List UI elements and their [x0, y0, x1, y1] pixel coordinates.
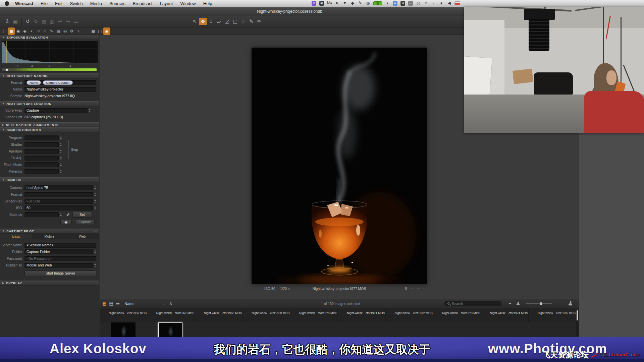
capture-tab-icon[interactable]: ▦	[8, 27, 15, 35]
menu-window[interactable]: Window	[180, 1, 196, 6]
name-field[interactable]: Night-whiskey-projector	[24, 87, 96, 92]
color-tab-icon[interactable]: ◈	[21, 27, 28, 35]
menu-help[interactable]: Help	[203, 1, 212, 6]
exposure-tab-icon[interactable]: ◐	[28, 27, 35, 35]
folder-dropdown[interactable]: Capture Folder	[24, 249, 93, 254]
field-stepper[interactable]: ▲▼	[60, 162, 62, 167]
status-ink-icon[interactable]: ◗	[385, 1, 390, 6]
goto-folder-icon[interactable]: →	[93, 108, 96, 112]
field-stepper[interactable]: ▲▼	[60, 142, 62, 147]
input-language-flag[interactable]	[454, 1, 460, 5]
menu-switch[interactable]: Switch	[70, 1, 83, 6]
filmstrip-cell[interactable]: ·····Night-whisk…ctor1974.MOS	[481, 308, 529, 322]
white-balance-picker-icon[interactable]: ✎	[247, 18, 255, 25]
tab-mobile[interactable]: Mobile	[33, 234, 66, 239]
menu-file[interactable]: File	[41, 1, 48, 6]
status-pointer-icon[interactable]: ➤	[335, 1, 339, 6]
apple-menu-icon[interactable]	[5, 1, 9, 6]
proof-view-icon[interactable]: ▣	[103, 27, 110, 35]
filmstrip-cell[interactable]: ·····Night-whisk…ctor1970.MOS	[290, 308, 338, 322]
section-next-capture-location[interactable]: ▼ NEXT CAPTURE LOCATION ⋯	[0, 101, 99, 106]
slider-thumb[interactable]	[540, 302, 542, 305]
store-files-dropdown[interactable]: Capture	[24, 108, 88, 113]
password-input[interactable]: <No Password>	[24, 256, 96, 261]
thumbnail-size-slider[interactable]	[526, 303, 552, 304]
menu-wirecast[interactable]: Wirecast	[15, 1, 33, 6]
capture-shutter-button[interactable]: ◉	[60, 219, 72, 225]
program-field[interactable]	[24, 135, 59, 140]
section-next-capture-naming[interactable]: ▼ NEXT CAPTURE NAMING ⋯	[0, 73, 99, 78]
filmstrip-cell[interactable]: ·····Night-whisk…ctor1972.MOS	[386, 308, 433, 322]
search-box[interactable]	[444, 301, 501, 306]
panel-menu-icon[interactable]: ⋯	[94, 230, 97, 233]
forward-icon[interactable]: ↪	[64, 18, 72, 25]
iso-dropdown[interactable]: 50	[24, 205, 93, 210]
overlay-tool-icon[interactable]: ▢	[231, 18, 239, 25]
undo-icon[interactable]: ↺	[24, 18, 32, 25]
section-exposure-evaluation[interactable]: ▼ EXPOSURE EVALUATION ⋯	[0, 35, 99, 40]
select-tool-icon[interactable]: ↖	[191, 18, 199, 25]
shutter-field[interactable]	[24, 142, 59, 147]
clock-icon[interactable]: ○	[424, 1, 428, 6]
straighten-tool-icon[interactable]: ◿	[223, 18, 231, 25]
white-balance-eyedropper-icon[interactable]: ✎	[65, 213, 70, 217]
token-camera-counter[interactable]: Camera Counter	[43, 80, 72, 85]
ev-adj-field[interactable]	[24, 156, 59, 161]
capture-button[interactable]: Capture	[75, 219, 95, 225]
metadata-tab-icon[interactable]: ▤	[55, 27, 62, 35]
status-shield-icon[interactable]: ▼	[342, 1, 347, 6]
apply-adjustments-icon[interactable]: ▥	[48, 18, 56, 25]
dropdown-stepper[interactable]: ▲▼	[94, 185, 96, 190]
details-tab-icon[interactable]: ○	[42, 27, 48, 35]
panel-menu-icon[interactable]: ⋯	[94, 102, 97, 106]
battery-indicator[interactable]: ||||	[373, 1, 382, 5]
exposure-meter-handle[interactable]	[5, 68, 8, 71]
wifi-icon[interactable]: ▲	[439, 1, 444, 6]
loupe-tool-icon[interactable]: ○	[207, 18, 215, 25]
section-camera-controls[interactable]: ▼ CAMERA CONTROLS ⋯	[0, 127, 99, 132]
field-stepper[interactable]: ▲▼	[60, 149, 62, 154]
status-pencil-icon[interactable]: ✎	[358, 1, 363, 6]
aperture-field[interactable]	[24, 149, 59, 154]
redo-icon[interactable]: ↻	[32, 18, 40, 25]
token-name[interactable]: Name	[26, 80, 41, 85]
small-thumbs-icon[interactable]	[516, 302, 520, 305]
sort-field-dropdown[interactable]: Name ⇅	[124, 302, 165, 306]
menu-edit[interactable]: Edit	[55, 1, 62, 6]
filmstrip-cell[interactable]: ·····Night-whisk…ctor1973.MOS	[433, 308, 481, 322]
volume-icon[interactable]: ◀	[447, 1, 451, 6]
exposure-picker-icon[interactable]: ✏	[255, 18, 263, 25]
grid-view-icon[interactable]: ▦	[102, 301, 106, 306]
search-input[interactable]	[452, 302, 495, 306]
tab-basic[interactable]: Basic	[0, 234, 33, 239]
status-camera-icon[interactable]: ▣	[319, 1, 324, 6]
tab-web[interactable]: Web	[66, 234, 99, 239]
publish-to-dropdown[interactable]: Mobile and Web	[24, 263, 93, 268]
status-drop-icon[interactable]: ◆	[350, 1, 355, 6]
back-icon[interactable]: ↩	[56, 18, 64, 25]
status-app-icon[interactable]: C	[312, 1, 316, 6]
browser-scrollbar[interactable]	[576, 309, 579, 336]
status-m4-icon[interactable]: M4	[327, 1, 332, 6]
pan-tool-icon[interactable]: ✥	[199, 18, 207, 25]
list-view-icon[interactable]: ▤	[109, 301, 113, 306]
filmstrip-cell[interactable]: ·····Night-whisk…ctor1969.MOS	[243, 308, 290, 322]
field-stepper[interactable]: ▲▼	[60, 156, 62, 160]
panel-menu-icon[interactable]: ⋯	[94, 178, 97, 182]
airplay-icon[interactable]: ▭	[408, 1, 413, 6]
grid-toggle-icon[interactable]: ▦	[405, 287, 409, 290]
large-thumbs-icon[interactable]	[568, 301, 573, 306]
filmstrip-cell[interactable]: ·····Night-whisk…ctor1968.MOS	[195, 308, 243, 322]
dropdown-stepper[interactable]: ▲▼	[94, 263, 96, 267]
single-view-icon[interactable]: ▢	[97, 27, 103, 35]
sort-direction-toggle[interactable]: A	[169, 302, 172, 306]
remove-icon[interactable]: −	[509, 301, 512, 306]
server-name-input[interactable]: <Session Name>	[24, 243, 96, 248]
dropdown-stepper[interactable]: ▲▼	[60, 212, 62, 217]
filmstrip-cell[interactable]: ·····Night-whisk…ctor1975.MOS	[529, 308, 576, 322]
camera-dropdown[interactable]: Leaf Aptus 75	[24, 185, 93, 190]
filmstrip-cell[interactable]: ·····Night-whisk…ctor1966.MOS	[100, 308, 147, 322]
section-next-capture-adjustments[interactable]: ▶ NEXT CAPTURE ADJUSTMENTS	[0, 122, 99, 127]
panel-menu-icon[interactable]: ⋯	[94, 128, 97, 132]
adjustments-tab-icon[interactable]: ✎	[48, 27, 55, 35]
